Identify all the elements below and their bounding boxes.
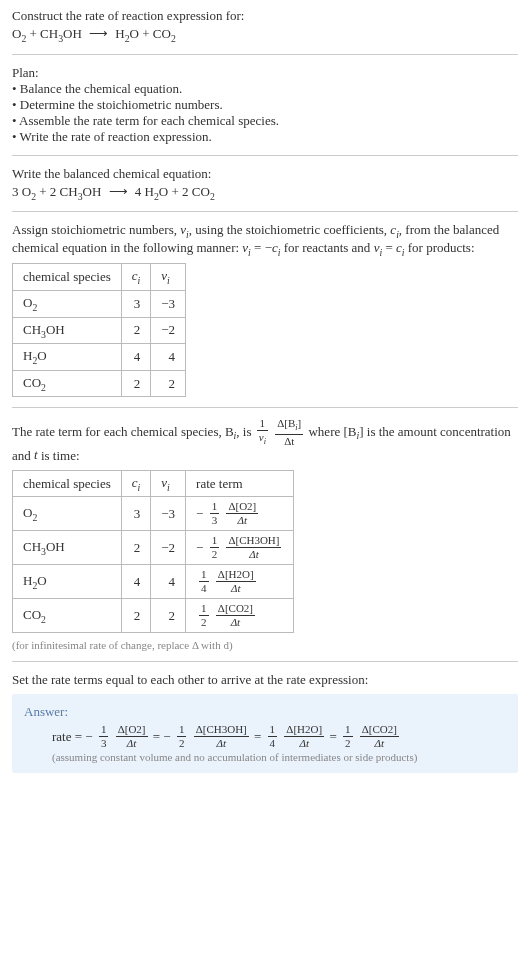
- divider: [12, 155, 518, 156]
- plan-title: Plan:: [12, 65, 518, 81]
- fraction-dconc: Δ[Bi] Δt: [275, 418, 303, 446]
- species-co2: CO2: [192, 184, 215, 199]
- cell-nui: 2: [151, 370, 186, 397]
- rateterm-section: The rate term for each chemical species,…: [12, 418, 518, 651]
- cell-species: H2O: [13, 565, 122, 599]
- answer-box: Answer: rate = − 13 Δ[O2]Δt = − 12 Δ[CH3…: [12, 694, 518, 773]
- cell-nui: −2: [151, 317, 186, 344]
- species-ch3oh: CH3OH: [60, 184, 102, 199]
- prompt-text: Construct the rate of reaction expressio…: [12, 8, 518, 24]
- table-row: O2 3 −3 − 13 Δ[O2]Δt: [13, 497, 294, 531]
- col-ci: ci: [121, 470, 151, 497]
- cell-species: CH3OH: [13, 317, 122, 344]
- plan-item: • Assemble the rate term for each chemic…: [12, 113, 518, 129]
- species-o2: O2: [22, 184, 36, 199]
- table-header-row: chemical species ci νi: [13, 264, 186, 291]
- cell-species: H2O: [13, 344, 122, 371]
- col-nui: νi: [151, 470, 186, 497]
- cell-species: CO2: [13, 599, 122, 633]
- cell-ci: 2: [121, 317, 151, 344]
- table-row: CH3OH 2 −2 − 12 Δ[CH3OH]Δt: [13, 531, 294, 565]
- plan-item: • Balance the chemical equation.: [12, 81, 518, 97]
- final-section: Set the rate terms equal to each other t…: [12, 672, 518, 688]
- balanced-intro: Write the balanced chemical equation:: [12, 166, 518, 182]
- species-h2o: H2O: [145, 184, 169, 199]
- cell-ci: 2: [121, 531, 151, 565]
- stoich-section: Assign stoichiometric numbers, νi, using…: [12, 222, 518, 397]
- prompt-section: Construct the rate of reaction expressio…: [12, 8, 518, 44]
- stoich-table: chemical species ci νi O2 3 −3 CH3OH 2 −…: [12, 263, 186, 397]
- table-row: CH3OH 2 −2: [13, 317, 186, 344]
- col-species: chemical species: [13, 470, 122, 497]
- cell-ci: 4: [121, 344, 151, 371]
- cell-ci: 3: [121, 290, 151, 317]
- species-ch3oh: CH3OH: [40, 26, 82, 41]
- cell-rate: 14 Δ[H2O]Δt: [186, 565, 294, 599]
- table-row: H2O 4 4: [13, 344, 186, 371]
- cell-nui: −3: [151, 497, 186, 531]
- cell-rate: 12 Δ[CO2]Δt: [186, 599, 294, 633]
- answer-note: (assuming constant volume and no accumul…: [24, 751, 506, 763]
- fraction-coef: 1 νi: [257, 418, 268, 446]
- cell-nui: −3: [151, 290, 186, 317]
- reaction-arrow-icon: ⟶: [105, 184, 132, 199]
- plan-section: Plan: • Balance the chemical equation. •…: [12, 65, 518, 145]
- divider: [12, 661, 518, 662]
- stoich-intro: Assign stoichiometric numbers, νi, using…: [12, 222, 518, 257]
- species-h2o: H2O: [115, 26, 139, 41]
- balanced-section: Write the balanced chemical equation: 3 …: [12, 166, 518, 202]
- species-o2: O2: [12, 26, 26, 41]
- divider: [12, 54, 518, 55]
- table-row: H2O 4 4 14 Δ[H2O]Δt: [13, 565, 294, 599]
- cell-species: CH3OH: [13, 531, 122, 565]
- rateterm-note: (for infinitesimal rate of change, repla…: [12, 639, 518, 651]
- cell-nui: 2: [151, 599, 186, 633]
- cell-ci: 2: [121, 370, 151, 397]
- rateterm-table: chemical species ci νi rate term O2 3 −3…: [12, 470, 294, 634]
- table-row: CO2 2 2: [13, 370, 186, 397]
- cell-species: O2: [13, 290, 122, 317]
- divider: [12, 407, 518, 408]
- table-row: O2 3 −3: [13, 290, 186, 317]
- reaction-arrow-icon: ⟶: [85, 26, 112, 41]
- cell-rate: − 12 Δ[CH3OH]Δt: [186, 531, 294, 565]
- divider: [12, 211, 518, 212]
- plan-item: • Determine the stoichiometric numbers.: [12, 97, 518, 113]
- answer-label: Answer:: [24, 704, 506, 720]
- cell-ci: 2: [121, 599, 151, 633]
- col-ci: ci: [121, 264, 151, 291]
- rateterm-intro: The rate term for each chemical species,…: [12, 418, 518, 463]
- col-nui: νi: [151, 264, 186, 291]
- cell-nui: 4: [151, 344, 186, 371]
- table-header-row: chemical species ci νi rate term: [13, 470, 294, 497]
- unbalanced-equation: O2 + CH3OH ⟶ H2O + CO2: [12, 26, 518, 44]
- species-co2: CO2: [153, 26, 176, 41]
- cell-nui: 4: [151, 565, 186, 599]
- col-rate: rate term: [186, 470, 294, 497]
- answer-equation: rate = − 13 Δ[O2]Δt = − 12 Δ[CH3OH]Δt = …: [24, 724, 506, 749]
- cell-ci: 3: [121, 497, 151, 531]
- table-row: CO2 2 2 12 Δ[CO2]Δt: [13, 599, 294, 633]
- balanced-equation: 3 O2 + 2 CH3OH ⟶ 4 H2O + 2 CO2: [12, 184, 518, 202]
- cell-nui: −2: [151, 531, 186, 565]
- plan-item: • Write the rate of reaction expression.: [12, 129, 518, 145]
- cell-species: O2: [13, 497, 122, 531]
- col-species: chemical species: [13, 264, 122, 291]
- final-text: Set the rate terms equal to each other t…: [12, 672, 518, 688]
- cell-species: CO2: [13, 370, 122, 397]
- cell-ci: 4: [121, 565, 151, 599]
- cell-rate: − 13 Δ[O2]Δt: [186, 497, 294, 531]
